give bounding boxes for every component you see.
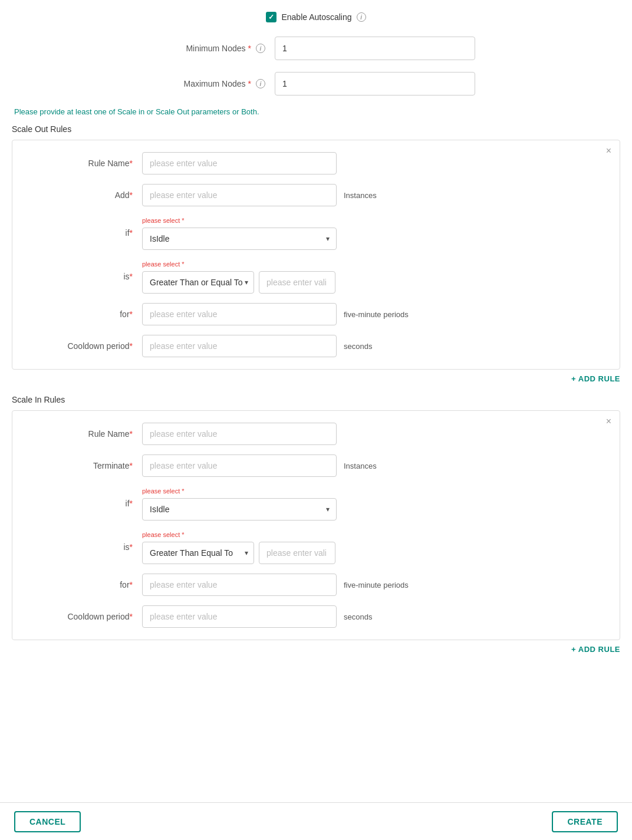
scale-out-cooldown-label: Cooldown period* — [24, 341, 142, 351]
scale-in-is-select-label-small: please select * — [142, 531, 185, 538]
max-nodes-info-icon[interactable]: i — [256, 79, 265, 88]
scale-in-cooldown-input[interactable] — [142, 605, 337, 628]
scale-in-close-button[interactable]: × — [606, 417, 611, 426]
scale-in-is-select[interactable]: Greater Than Equal To Less Than or Equal… — [142, 542, 254, 564]
scale-out-rule-name-input[interactable] — [142, 152, 337, 174]
scale-out-rule-card: × Rule Name* Add* Instances if* please s… — [12, 140, 620, 370]
max-nodes-input[interactable] — [275, 72, 475, 95]
scale-in-for-input[interactable] — [142, 574, 337, 596]
cancel-button[interactable]: CANCEL — [14, 811, 81, 832]
footer-bar: CANCEL CREATE — [0, 802, 632, 840]
scale-out-cooldown-input[interactable] — [142, 335, 337, 357]
scale-out-if-select-label: please select * — [142, 217, 185, 224]
create-button[interactable]: CREATE — [552, 811, 618, 832]
autoscaling-label: Enable Autoscaling — [281, 12, 351, 22]
scale-in-terminate-unit: Instances — [344, 462, 377, 470]
scale-out-add-rule-button[interactable]: + ADD RULE — [571, 374, 620, 383]
scale-out-add-label: Add* — [24, 190, 142, 200]
scale-in-if-select[interactable]: IsIdle CPUUtilization MemoryUtilization — [142, 498, 337, 521]
max-nodes-label: Maximum Nodes* i — [157, 79, 275, 88]
scale-in-rule-name-label: Rule Name* — [24, 429, 142, 439]
scale-in-header: Scale In Rules — [12, 395, 620, 404]
scale-in-for-unit: five-minute periods — [344, 581, 409, 589]
scale-in-is-label: is* — [24, 542, 142, 552]
scale-in-if-select-label: please select * — [142, 487, 185, 495]
scale-in-rule-name-input[interactable] — [142, 423, 337, 445]
scale-out-is-select-label-small: please select * — [142, 261, 185, 268]
scale-out-rule-name-label: Rule Name* — [24, 159, 142, 168]
min-nodes-label: Minimum Nodes* i — [157, 44, 275, 53]
scale-out-close-button[interactable]: × — [606, 146, 611, 156]
autoscaling-info-icon[interactable]: i — [357, 12, 366, 22]
scale-out-is-select[interactable]: Greater Than or Equal To Less Than or Eq… — [142, 271, 254, 294]
scale-in-terminate-label: Terminate* — [24, 461, 142, 470]
scale-out-header: Scale Out Rules — [12, 124, 620, 134]
scale-out-for-label: for* — [24, 309, 142, 319]
scale-in-add-rule-button[interactable]: + ADD RULE — [571, 645, 620, 654]
scale-out-add-input[interactable] — [142, 184, 337, 206]
scale-in-terminate-input[interactable] — [142, 454, 337, 477]
scale-in-cooldown-unit: seconds — [344, 612, 372, 621]
scale-in-is-value-input[interactable] — [259, 542, 335, 564]
scale-out-for-unit: five-minute periods — [344, 310, 409, 319]
scale-in-for-label: for* — [24, 580, 142, 589]
warning-message: Please provide at least one of Scale in … — [12, 107, 620, 116]
scale-out-if-label: if* — [24, 228, 142, 238]
scale-out-if-select[interactable]: IsIdle CPUUtilization MemoryUtilization — [142, 228, 337, 250]
min-nodes-input[interactable] — [275, 37, 475, 60]
scale-in-if-label: if* — [24, 499, 142, 508]
min-nodes-info-icon[interactable]: i — [256, 44, 265, 53]
scale-in-cooldown-label: Cooldown period* — [24, 612, 142, 621]
scale-out-is-value-input[interactable] — [259, 271, 335, 294]
autoscaling-checkbox[interactable] — [266, 12, 276, 22]
scale-out-add-unit: Instances — [344, 191, 377, 200]
scale-out-for-input[interactable] — [142, 303, 337, 325]
scale-out-cooldown-unit: seconds — [344, 342, 372, 351]
scale-out-is-label: is* — [24, 272, 142, 281]
scale-in-rule-card: × Rule Name* Terminate* Instances if* pl… — [12, 410, 620, 640]
